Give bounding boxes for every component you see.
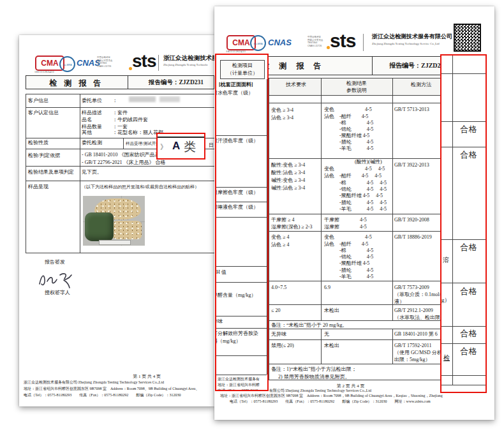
verdict-pass: 合格 (452, 346, 485, 357)
result-line: -锦纶 4-5 4-5 (324, 186, 387, 193)
redacted-client-name (129, 96, 156, 102)
cnas-small-text: 中国合格评定 国家认可委员会 TESTING CNAS L11726 (97, 56, 113, 68)
method-fragment: 溶 (443, 257, 449, 265)
col-header-param: 参数说明 (321, 87, 392, 94)
row-label: 检验/判定依据 (28, 153, 60, 159)
table-column-line (392, 329, 393, 364)
section-label: [枕套正面面料] (219, 82, 253, 88)
strip-row-line (441, 326, 487, 327)
result-line: 湿摩擦 4-5 (324, 224, 367, 230)
company-name-en: Zhejiang Zhongda Testing Technology Serv… (372, 42, 440, 46)
screenshot-canvas: CMA 181111262431 ilac-MRA CNAS 中国合格评定 国家… (0, 0, 504, 439)
result-line: 沾色 -醋纤 4-5 (324, 114, 368, 120)
row-label: 客户信息 (28, 98, 48, 104)
strip-row-line (216, 266, 267, 267)
method-line: GB/T 7573-2009 (394, 285, 429, 291)
cma-number: 181111262431 (226, 50, 246, 54)
header-divider (158, 55, 159, 71)
footer-address: 地址：浙江省绍兴市柯桥区创意园东区 9B7098 室 Address：Room … (24, 387, 200, 392)
title-bar-divider (372, 56, 373, 75)
requirement-line: 酸性:沾色 ≥ 3-4 (271, 170, 305, 176)
sample-other: 其他 ：花型名称：丽人花都 (82, 130, 163, 136)
table-column-line (392, 78, 393, 320)
strip-row-line (216, 375, 267, 375)
requirement-line: 沾色 ≥ 4 (271, 242, 289, 248)
item-header-line: （计量单位） (220, 70, 265, 77)
table-column-line (321, 78, 322, 320)
strip-row-line (441, 343, 487, 344)
requirement-line: 4.0~7.5 (271, 285, 286, 291)
strip-row-line (441, 283, 487, 283)
grade-class-text: 类 (184, 139, 196, 154)
footer-company: 浙江众达检测技术服务有限公司/Zhejiang Zhongda Testing … (24, 380, 164, 385)
test-item-label: pH 值 (215, 269, 226, 276)
requirement-line: 碱性:沾色 ≥ 3-4 (271, 185, 305, 191)
row-label: 检验性质 (28, 140, 48, 146)
strip-row-line (216, 187, 267, 188)
requirement-line: 禁用(≤ 20) (271, 343, 294, 349)
requirement-line: 沾色 ≥ 3-4 (271, 115, 293, 121)
result-line: 沾色 -醋纤 4-5 4-5 (324, 173, 382, 179)
strip-footer-fragment: 电话（Tel）：0575-8118 (218, 389, 258, 391)
test-item-label: 耐水色牢度（级） (215, 90, 253, 96)
page-number: 第 1 页 共 4 页 (108, 374, 185, 380)
inspection-type: 委托检测 (82, 140, 102, 146)
method-line: （使用 GC/MSD 分析 (394, 350, 442, 356)
annotation-verdict-column: 合格 合格 合格 溶 合格 g） 合格 合格 检 (440, 54, 487, 393)
result-line: 沾色 -醋纤 4-5 (324, 241, 368, 248)
strip-row-line (441, 239, 487, 240)
method-line: GB/T 5713-2013 (394, 107, 429, 113)
strip-column-line (267, 79, 267, 375)
test-item-label: 耐汗渍色牢度（级） (215, 138, 258, 144)
method-line: （萃取介质：0.1mol/L (394, 292, 444, 298)
report-page-2: CMA 181111262431 ilac-MRA CNAS 中国合格评定 国家… (214, 6, 494, 420)
method-line: 出限：5mg/kg） (394, 357, 430, 363)
sample-name: 品名 ：牛奶绒四件套 (82, 117, 148, 123)
requirement-line: 酸性:变色 ≥ 3-4 (271, 162, 305, 168)
method-line: （水萃取法、检出限： (394, 315, 445, 321)
method-line: GB/T 17592-2011 (394, 343, 431, 349)
strip-row-line (441, 121, 487, 122)
row-field: 委托单位 ： (82, 98, 117, 104)
bracket-glyph: 》 (160, 143, 167, 152)
cnas-logo: CNAS (268, 38, 292, 47)
result-line: 6.9 (324, 285, 330, 291)
requirement-line: 变色 ≥ 3-4 (271, 107, 293, 114)
strip-row-line (441, 375, 487, 376)
annotation-test-item-column: 检测项目 （计量单位） [枕套正面面料] 耐水色牢度（级） 耐汗渍色牢度（级） … (215, 54, 269, 391)
result-line: -聚酯纤维 4-5 (324, 133, 369, 139)
date-fragment: 日 (209, 142, 214, 149)
table-row-line (26, 166, 214, 167)
standard-line: - GB/T 22796-2021 《床上用品》 合格 (82, 160, 165, 166)
result-line: -羊毛 4-5 4-5 (324, 206, 387, 212)
sts-logo: sts (330, 32, 355, 49)
company-name-cn: 浙江众达检测技术服务有限公司 (372, 33, 452, 40)
cma-number: 181111262431 (34, 70, 54, 74)
result-line: -腈纶 4-5 4-5 (324, 200, 387, 206)
photo-note: （以下为送检样品的照片呈现和/或裁剪自送检样品的贴样） (82, 184, 199, 190)
authorized-signer-label: 授权签字人 (45, 290, 70, 296)
strip-row-line (441, 147, 487, 147)
result-line: 干摩擦 4-5 (324, 217, 367, 223)
result-line: 变色 4-5 (324, 107, 372, 113)
page-title: 检 测 报 告 (26, 78, 128, 88)
result-line: -聚酯纤维 4-5 4-5 (324, 193, 383, 199)
table-note: 2) 禁用芳香胺物质清单见附页。 (278, 374, 350, 380)
qr-code (454, 24, 480, 51)
strip-row-line (216, 282, 267, 283)
result-line: -羊毛 4-5 (324, 145, 373, 152)
item-header-line: 检测项目 (220, 63, 265, 69)
result-line: 未检出 (324, 308, 339, 314)
header-divider (363, 34, 364, 51)
cnas-small-line: 中国合格评定 (97, 56, 113, 59)
verdict-pass: 合格 (452, 242, 485, 253)
strip-row-line (216, 328, 267, 329)
signature-image (36, 269, 80, 292)
col-header-requirement: 技术要求 (271, 82, 321, 88)
footer-contact: 电话（Tel）：0575-81180293 传真（Fax）：0575-81180… (230, 399, 431, 405)
redacted-client-name (159, 96, 180, 102)
sample-desc: 样品描述 ：套件 (82, 110, 128, 116)
method-line: GB/T 18886-2019 (394, 234, 432, 241)
cnas-small-line: CNAS L11726 (97, 65, 113, 68)
verdict-pass: 合格 (452, 329, 485, 339)
